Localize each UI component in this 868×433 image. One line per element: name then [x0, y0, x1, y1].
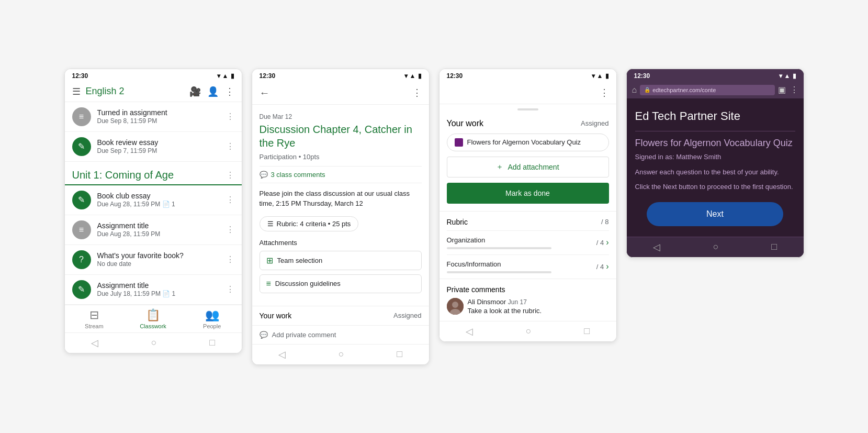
battery-icon-3: ▮ — [605, 72, 609, 80]
back-icon[interactable]: ◁ — [91, 337, 98, 349]
attachment-name: Team selection — [277, 257, 323, 264]
back-icon-2[interactable]: ◁ — [278, 349, 286, 360]
rubric-bar — [447, 247, 551, 249]
hamburger-icon[interactable]: ☰ — [72, 86, 81, 97]
home-icon-4[interactable]: ○ — [713, 241, 719, 253]
attachment-team-selection[interactable]: ⊞ Team selection — [260, 251, 422, 270]
more-button[interactable]: ⋮ — [226, 112, 234, 121]
assignment-title: What's your favorite book? — [97, 251, 220, 260]
status-icons-1: ▾ ▲ ▮ — [217, 72, 234, 80]
next-button[interactable]: Next — [647, 202, 783, 226]
rubric-item-focus[interactable]: Focus/Information / 4 › — [447, 254, 609, 279]
back-icon-4[interactable]: ◁ — [653, 241, 660, 253]
signal-icon: ▲ — [222, 72, 229, 80]
recents-icon-4[interactable]: □ — [771, 241, 777, 253]
attachment-discussion-guidelines[interactable]: ≡ Discussion guidelines — [260, 274, 422, 293]
wifi-icon-3: ▾ — [592, 72, 595, 80]
quiz-pill[interactable]: Flowers for Algernon Vocabulary Quiz — [447, 134, 609, 151]
private-comment-row[interactable]: 💬 Add private comment — [252, 325, 429, 344]
comments-row[interactable]: 💬 3 class comments — [260, 166, 422, 183]
rubric-item-label: Organization — [447, 236, 551, 244]
instruction-2: Click the Next button to proceed to the … — [635, 182, 795, 192]
quiz-icon — [455, 138, 463, 147]
rubric-item-organization[interactable]: Organization / 4 › — [447, 230, 609, 254]
nav-item-classwork[interactable]: 📋 Classwork — [123, 308, 183, 331]
attachments-label: Attachments — [260, 239, 422, 247]
mark-done-button[interactable]: Mark as done — [447, 183, 609, 204]
assignment-title: Book review essay — [97, 138, 220, 147]
phone-1: 12:30 ▾ ▲ ▮ ☰ English 2 🎥 👤 ⋮ ≡ Turned i… — [64, 69, 242, 353]
rubric-icon: ☰ — [267, 220, 274, 228]
due-date: Due Mar 12 — [260, 113, 422, 120]
more-button[interactable]: ⋮ — [226, 254, 234, 264]
recents-icon-3[interactable]: □ — [584, 326, 590, 337]
time-1: 12:30 — [72, 72, 88, 80]
toolbar-icons: 🎥 👤 ⋮ — [189, 86, 234, 97]
list-item: ✎ Book club essay Due Aug 28, 11:59 PM 📄… — [65, 185, 242, 215]
rubric-item-label-2: Focus/Information — [447, 260, 551, 268]
android-nav-bar-4: ◁ ○ □ — [627, 237, 804, 257]
person-icon[interactable]: 👤 — [207, 86, 219, 97]
attachment-name-2: Discussion guidelines — [275, 280, 341, 287]
url-bar[interactable]: 🔒 edtechpartner.com/conte — [640, 85, 774, 95]
more-button[interactable]: ⋮ — [226, 225, 234, 235]
classwork-label: Classwork — [140, 323, 166, 329]
yw-header: Your work Assigned — [447, 119, 609, 128]
chevron-right-icon: › — [606, 238, 608, 247]
phone-3: 12:30 ▾ ▲ ▮ ⋮ Your work Assigned Flowers… — [439, 69, 617, 342]
add-attachment-button[interactable]: ＋ Add attachment — [447, 157, 609, 177]
more-button-3[interactable]: ⋮ — [600, 87, 609, 98]
video-icon[interactable]: 🎥 — [189, 86, 201, 97]
assignment-due: Due Aug 28, 11:59 PM — [97, 230, 220, 238]
rubric-item-score: / 4 — [596, 239, 604, 247]
divider — [635, 131, 795, 131]
list-item: ? What's your favorite book? No due date… — [65, 245, 242, 275]
status-icons-2: ▾ ▲ ▮ — [404, 72, 422, 80]
more-browser-icon[interactable]: ⋮ — [790, 85, 798, 95]
recents-icon-2[interactable]: □ — [397, 349, 402, 360]
assignment-icon: ? — [72, 250, 91, 269]
tabs-icon[interactable]: ▣ — [778, 85, 786, 95]
battery-icon-2: ▮ — [418, 72, 422, 80]
recents-icon[interactable]: □ — [209, 337, 215, 349]
class-title: English 2 — [86, 86, 189, 97]
rubric-total: / 8 — [601, 218, 608, 226]
more-button[interactable]: ⋮ — [226, 195, 234, 205]
home-icon-3[interactable]: ○ — [526, 326, 532, 337]
home-icon-2[interactable]: ○ — [339, 349, 344, 360]
more-button-2[interactable]: ⋮ — [412, 87, 422, 98]
nav-item-stream[interactable]: ⊟ Stream — [65, 308, 124, 331]
rubric-label: Rubric: 4 criteria • 25 pts — [277, 220, 351, 228]
android-nav-bar: ◁ ○ □ — [65, 332, 242, 353]
more-button[interactable]: ⋮ — [226, 141, 234, 151]
more-icon[interactable]: ⋮ — [225, 86, 234, 97]
assignment-info: Turned in assignment Due Sep 8, 11:59 PM — [97, 108, 220, 125]
your-work-title: Your work — [447, 119, 484, 128]
more-button[interactable]: ⋮ — [226, 284, 234, 294]
comment-author: Ali Dinsmoor — [468, 298, 506, 306]
chevron-right-icon-2: › — [606, 262, 608, 271]
swipe-handle — [439, 104, 616, 113]
stream-content: ≡ Turned in assignment Due Sep 8, 11:59 … — [65, 102, 242, 305]
time-4: 12:30 — [634, 72, 650, 80]
your-work-assigned: Assigned — [581, 119, 608, 127]
section-more-button[interactable]: ⋮ — [226, 170, 234, 180]
back-button[interactable]: ← — [260, 87, 270, 99]
your-work-label: Your work — [260, 312, 292, 320]
discussion-icon: ≡ — [266, 279, 271, 288]
home-browser-icon[interactable]: ⌂ — [632, 85, 637, 95]
assignment-title: Turned in assignment — [97, 108, 220, 117]
assignment-info: Assignment title Due Aug 28, 11:59 PM — [97, 221, 220, 238]
rubric-title: Rubric — [447, 218, 468, 226]
back-icon-3[interactable]: ◁ — [466, 326, 473, 337]
rubric-badge[interactable]: ☰ Rubric: 4 criteria • 25 pts — [260, 216, 359, 231]
stream-icon: ⊟ — [89, 308, 99, 322]
site-title: Ed Tech Partner Site — [635, 109, 795, 124]
nav-item-people[interactable]: 👥 People — [183, 308, 242, 331]
assignment-detail: Due Mar 12 Discussion Chapter 4, Catcher… — [252, 105, 429, 306]
home-icon[interactable]: ○ — [151, 337, 157, 349]
assignment-due: Due Sep 8, 11:59 PM — [97, 117, 220, 125]
instruction-1: Answer each question to the best of your… — [635, 167, 795, 177]
assignment-title-detail: Discussion Chapter 4, Catcher in the Rye — [260, 123, 422, 150]
assignment-icon: ≡ — [72, 107, 91, 126]
